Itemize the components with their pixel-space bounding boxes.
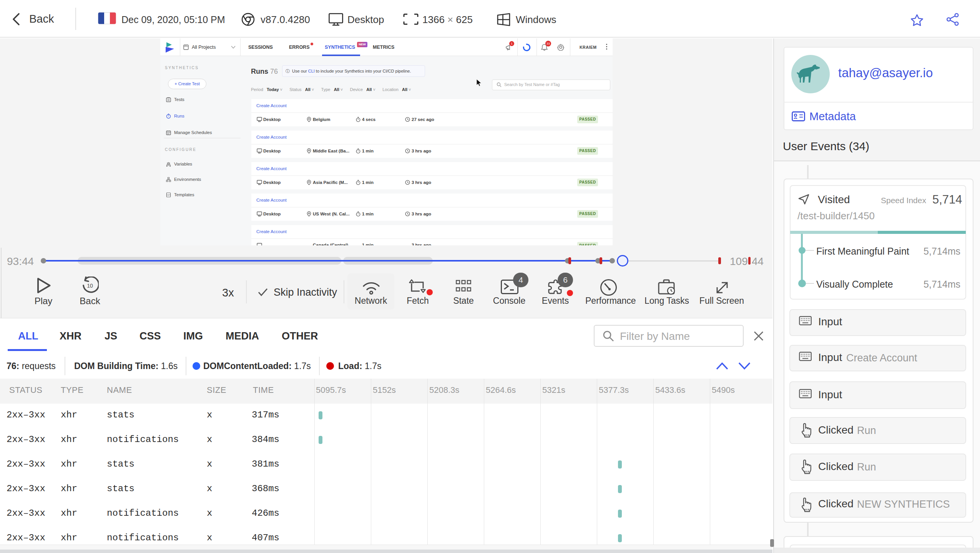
svg-text:10: 10	[87, 283, 93, 289]
